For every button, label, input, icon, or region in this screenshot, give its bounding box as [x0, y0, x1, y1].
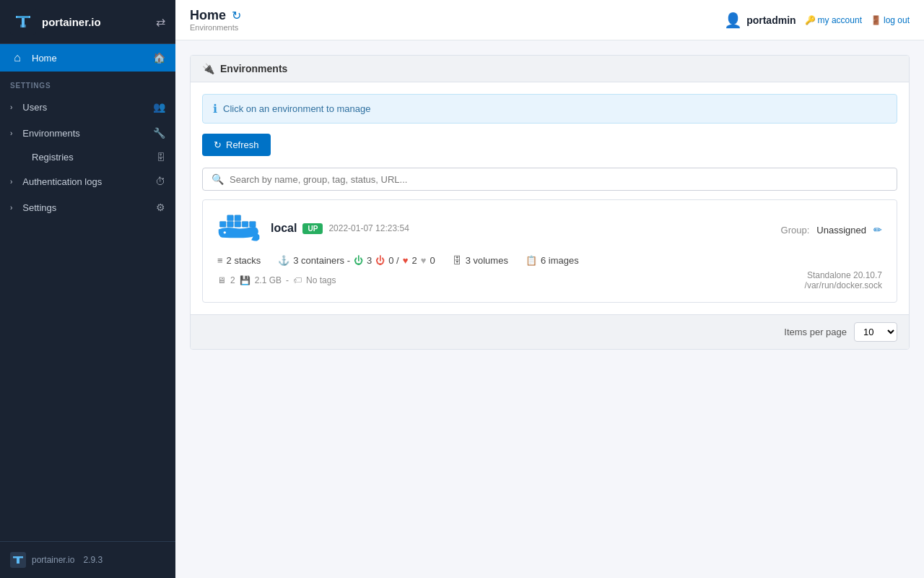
containers-label: 3 containers -: [293, 255, 350, 266]
svg-point-13: [224, 231, 226, 233]
env-info: local up 2022-01-07 12:23:54: [271, 222, 409, 238]
info-bar: ℹ Click on an environment to manage: [202, 94, 897, 124]
environment-item[interactable]: local up 2022-01-07 12:23:54 Group: Unas…: [202, 199, 897, 303]
refresh-title-icon[interactable]: ↻: [232, 9, 241, 22]
page-content: 🔌 Environments ℹ Click on an environment…: [175, 40, 924, 578]
socket-info: /var/run/docker.sock: [805, 280, 882, 290]
topbar-right: 👤 portadmin 🔑 my account 🚪 log out: [724, 12, 910, 29]
svg-rect-12: [250, 221, 256, 227]
env-tech-info: Standalone 20.10.7 /var/run/docker.sock: [805, 270, 882, 290]
card-header: 🔌 Environments: [191, 56, 909, 82]
refresh-icon: ↻: [214, 139, 222, 150]
edit-group-icon[interactable]: ✏: [873, 224, 882, 236]
healthy-value: 2: [411, 255, 417, 266]
items-per-page-label: Items per page: [784, 327, 847, 337]
footer-version: 2.9.3: [83, 555, 103, 565]
unhealthy-value: 0: [430, 255, 435, 266]
group-label: Group:: [781, 225, 810, 236]
env-stats-row: ≡ 2 stacks ⚓ 3 containers - ⏻ 3 ⏻ 0 / ♥: [217, 255, 882, 266]
running-icon: ⏻: [354, 255, 363, 266]
refresh-button[interactable]: ↻ Refresh: [202, 134, 271, 156]
topbar: Home ↻ Environments 👤 portadmin 🔑 my acc…: [175, 0, 924, 40]
users-chevron-icon: ›: [10, 103, 12, 111]
search-input[interactable]: [230, 174, 888, 185]
svg-rect-7: [227, 221, 234, 227]
sidebar-item-users[interactable]: › Users 👥: [0, 94, 175, 120]
containers-stat: ⚓ 3 containers - ⏻ 3 ⏻ 0 / ♥ 2 ♥ 0: [278, 255, 435, 266]
search-bar: 🔍: [202, 168, 897, 191]
dash-separator: -: [286, 275, 289, 285]
env-top-row: local up 2022-01-07 12:23:54 Group: Unas…: [217, 212, 882, 248]
images-icon: 📋: [526, 255, 537, 266]
sidebar-footer: portainer.io 2.9.3: [0, 541, 175, 578]
env-right: Group: Unassigned ✏: [781, 224, 882, 236]
stopped-icon: ⏻: [375, 255, 385, 266]
registries-icon: 🗄: [157, 152, 165, 163]
containers-icon: ⚓: [278, 255, 289, 266]
images-value: 6 images: [541, 255, 579, 266]
env-name-row: local up 2022-01-07 12:23:54: [271, 222, 409, 235]
sidebar-header: portainer.io ⇄: [0, 0, 175, 44]
sidebar-item-environments[interactable]: › Environments 🔧: [0, 120, 175, 146]
env-name: local: [271, 222, 297, 235]
ram-icon: 💾: [240, 275, 250, 285]
portainer-logo-icon: [10, 9, 36, 35]
footer-portainer-icon: [10, 552, 26, 568]
volumes-value: 3 volumes: [466, 255, 508, 266]
sidebar-home-label: Home: [32, 53, 57, 64]
sidebar-item-home[interactable]: ⌂ Home 🏠: [0, 44, 175, 72]
stacks-stat: ≡ 2 stacks: [217, 255, 261, 266]
environments-card-icon: 🔌: [202, 63, 214, 74]
env-status-badge: up: [302, 223, 323, 234]
home-icon: ⌂: [10, 51, 25, 64]
items-per-page-select[interactable]: 10 25 50 100: [854, 322, 897, 342]
my-account-link[interactable]: 🔑 my account: [805, 15, 862, 25]
sidebar-item-auth-logs[interactable]: › Authentication logs ⏱: [0, 168, 175, 194]
environments-icon: 🔧: [153, 127, 165, 139]
users-icon: 👥: [153, 101, 165, 113]
stacks-value: 2 stacks: [227, 255, 261, 266]
running-value: 3: [367, 255, 372, 266]
svg-rect-8: [227, 215, 234, 221]
cpu-value: 2: [230, 275, 235, 285]
topbar-left: Home ↻ Environments: [190, 8, 241, 32]
group-value: Unassigned: [816, 225, 866, 236]
sidebar-auth-logs-label: Authentication logs: [22, 176, 102, 187]
logo-text: portainer.io: [42, 16, 101, 28]
heart-icon: ♥: [403, 255, 409, 266]
log-out-link[interactable]: 🚪 log out: [871, 15, 910, 25]
settings-section-label: SETTINGS: [0, 72, 175, 94]
environments-card-title: Environments: [220, 63, 287, 74]
sidebar-environments-label: Environments: [22, 128, 79, 139]
env-tags-row: 🖥 2 💾 2.1 GB - 🏷 No tags: [217, 275, 336, 285]
tags-value: No tags: [306, 275, 336, 285]
footer-logo-text: portainer.io: [32, 555, 74, 565]
logo-area: portainer.io: [10, 9, 101, 35]
ram-value: 2.1 GB: [255, 275, 282, 285]
settings-icon: ⚙: [156, 202, 165, 213]
cpu-icon: 🖥: [217, 275, 226, 285]
volumes-icon: 🗄: [453, 255, 462, 266]
username-label: portadmin: [746, 14, 796, 26]
search-icon: 🔍: [212, 173, 224, 185]
svg-rect-3: [17, 16, 29, 18]
docker-logo-icon: [217, 212, 261, 248]
stopped-value: 0 /: [388, 255, 398, 266]
environments-card: 🔌 Environments ℹ Click on an environment…: [190, 55, 910, 350]
transfer-icon[interactable]: ⇄: [156, 15, 165, 29]
info-icon: ℹ: [213, 102, 217, 116]
card-body: ℹ Click on an environment to manage ↻ Re…: [191, 82, 909, 314]
svg-rect-10: [235, 221, 241, 227]
sidebar-registries-label: Registries: [32, 152, 74, 163]
svg-rect-9: [235, 215, 241, 221]
sidebar-item-registries[interactable]: Registries 🗄: [0, 146, 175, 168]
page-title-row: Home ↻: [190, 8, 241, 23]
main-content: Home ↻ Environments 👤 portadmin 🔑 my acc…: [175, 0, 924, 578]
env-left: local up 2022-01-07 12:23:54: [217, 212, 409, 248]
sidebar-item-settings[interactable]: › Settings ⚙: [0, 194, 175, 220]
user-area: 👤 portadmin: [724, 12, 796, 29]
env-timestamp: 2022-01-07 12:23:54: [328, 223, 409, 233]
topbar-links: 🔑 my account 🚪 log out: [805, 15, 910, 25]
environment-list: local up 2022-01-07 12:23:54 Group: Unas…: [202, 199, 897, 303]
standalone-info: Standalone 20.10.7: [805, 270, 882, 280]
